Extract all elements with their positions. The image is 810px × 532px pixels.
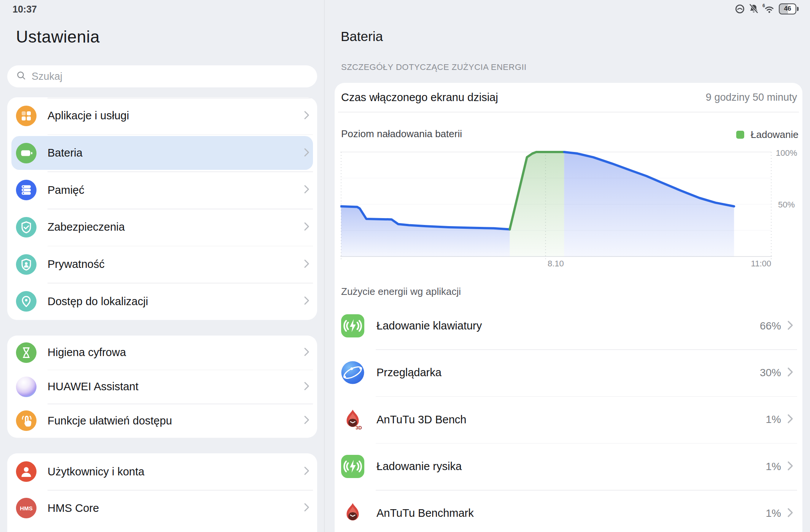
charging-legend-swatch: [736, 131, 744, 139]
chevron-right-icon: [304, 222, 310, 233]
apps-section-label: Zużycie energii wg aplikacji: [341, 286, 461, 298]
wireless-charging-icon: [341, 314, 364, 337]
battery-level-chart: [340, 150, 772, 261]
sidebar-item-label: HMS Core: [48, 502, 304, 515]
sidebar-item-label: Bateria: [48, 147, 304, 159]
notifications-off-icon: [748, 3, 759, 14]
chevron-right-icon: [787, 414, 793, 425]
chevron-right-icon: [304, 503, 310, 513]
search-input[interactable]: Szukaj: [7, 65, 317, 87]
antutu-icon: [341, 502, 364, 525]
sidebar-item-label: Zabezpieczenia: [48, 221, 304, 233]
sidebar-item-accessibility[interactable]: Funkcje ułatwień dostępu: [7, 404, 317, 438]
app-usage-row-antutu-3d-bench[interactable]: 3DAnTuTu 3D Bench1%: [335, 396, 802, 443]
sidebar-item-users-accounts[interactable]: Użytkownicy i konta: [7, 453, 317, 490]
wifi-6-icon: 6: [762, 3, 775, 14]
sidebar-item-label: HUAWEI Assistant: [48, 380, 304, 393]
battery-details-card: Czas włączonego ekranu dzisiaj 9 godziny…: [335, 83, 802, 532]
chevron-right-icon: [787, 320, 793, 332]
hand-tap-icon: [16, 410, 37, 431]
svg-text:HMS: HMS: [20, 505, 32, 511]
wireless-charging-icon: [341, 455, 364, 478]
app-name: Ładowanie rysika: [376, 460, 766, 473]
app-usage-percent: 30%: [760, 367, 781, 379]
app-usage-row-antutu-benchmark[interactable]: AnTuTu Benchmark1%: [335, 490, 802, 532]
battery-percent: 46: [779, 3, 796, 14]
app-name: AnTuTu Benchmark: [376, 507, 766, 519]
page-title: Ustawienia: [16, 27, 100, 46]
chevron-right-icon: [304, 259, 310, 270]
app-usage-row-stylus-charging[interactable]: Ładowanie rysika1%: [335, 443, 802, 490]
svg-text:3D: 3D: [356, 425, 362, 431]
charging-legend-label: Ładowanie: [751, 129, 799, 141]
x-axis-tick-1100: 11:00: [743, 259, 771, 268]
sidebar-item-apps-services[interactable]: Aplikacje i usługi: [7, 97, 317, 135]
sidebar-item-label: Pamięć: [48, 184, 304, 196]
sidebar-item-label: Prywatność: [48, 258, 304, 271]
browser-icon: [341, 361, 364, 384]
app-usage-percent: 66%: [760, 320, 781, 332]
app-usage-percent: 1%: [766, 461, 781, 473]
battery-nub-icon: [797, 7, 799, 11]
hourglass-icon: [16, 342, 37, 363]
search-placeholder: Szukaj: [32, 71, 62, 82]
status-time: 10:37: [13, 4, 37, 15]
chevron-right-icon: [304, 148, 310, 158]
app-usage-percent: 1%: [766, 507, 781, 519]
person-icon: [16, 461, 37, 482]
sidebar-item-battery[interactable]: Bateria: [7, 135, 317, 172]
battery-icon: [16, 143, 37, 163]
antutu-3d-icon: 3D: [341, 408, 364, 431]
location-pin-icon: [16, 291, 37, 312]
chevron-right-icon: [787, 508, 793, 519]
storage-icon: [16, 180, 37, 200]
sidebar-item-digital-balance[interactable]: Higiena cyfrowa: [7, 336, 317, 370]
svg-text:6: 6: [762, 3, 765, 8]
panel-divider: [324, 0, 325, 532]
app-usage-row-keyboard-charging[interactable]: Ładowanie klawiatury66%: [335, 302, 802, 349]
chevron-right-icon: [304, 296, 310, 307]
sidebar-item-label: Użytkownicy i konta: [48, 466, 304, 478]
eye-comfort-icon: [735, 4, 745, 14]
sidebar-group-2: Higiena cyfrowaHUAWEI Assistant Funkcje …: [7, 336, 317, 438]
app-usage-percent: 1%: [766, 413, 781, 426]
chevron-right-icon: [787, 461, 793, 472]
sidebar-item-storage[interactable]: Pamięć: [7, 171, 317, 209]
battery-indicator: 46: [779, 3, 799, 14]
sidebar-item-label: Higiena cyfrowa: [48, 346, 304, 359]
celia-icon: [16, 377, 37, 397]
sidebar-group-1: Aplikacje i usługi Bateria Pamięć Zabezp…: [7, 97, 317, 320]
chevron-right-icon: [304, 347, 310, 358]
shield-person-icon: [16, 254, 37, 275]
shield-check-icon: [16, 217, 37, 238]
chevron-right-icon: [304, 111, 310, 121]
sidebar-item-label: Dostęp do lokalizacji: [48, 295, 304, 308]
sidebar-item-location-access[interactable]: Dostęp do lokalizacji: [7, 283, 317, 320]
app-usage-row-browser[interactable]: Przeglądarka30%: [335, 349, 802, 396]
divider: [338, 112, 799, 112]
sidebar-item-privacy[interactable]: Prywatność: [7, 246, 317, 283]
sidebar-group-3: Użytkownicy i konta HMSHMS Core: [7, 453, 317, 532]
y-axis-tick-100: 100%: [776, 149, 797, 158]
content-title: Bateria: [341, 29, 383, 44]
sidebar-item-label: Aplikacje i usługi: [48, 109, 304, 122]
y-axis-tick-50: 50%: [778, 200, 795, 209]
hms-icon: HMS: [16, 498, 37, 518]
sidebar-item-huawei-assistant[interactable]: HUAWEI Assistant: [7, 370, 317, 404]
chevron-right-icon: [787, 367, 793, 378]
section-header: SZCZEGÓŁY DOTYCZĄCE ZUŻYCIA ENERGII: [341, 62, 527, 72]
chevron-right-icon: [304, 415, 310, 426]
app-name: Przeglądarka: [376, 366, 760, 379]
sidebar-item-security[interactable]: Zabezpieczenia: [7, 209, 317, 246]
screen-time-label: Czas włączonego ekranu dzisiaj: [341, 91, 706, 104]
app-name: Ładowanie klawiatury: [376, 320, 760, 332]
apps-usage-list: Ładowanie klawiatury66% Przeglądarka30% …: [335, 302, 802, 532]
apps-icon: [16, 106, 37, 126]
app-name: AnTuTu 3D Bench: [376, 413, 766, 426]
chevron-right-icon: [304, 382, 310, 392]
screen-time-row[interactable]: Czas włączonego ekranu dzisiaj 9 godziny…: [341, 83, 797, 112]
chart-title: Poziom naładowania baterii: [341, 128, 462, 140]
chevron-right-icon: [304, 185, 310, 195]
chevron-right-icon: [304, 466, 310, 477]
sidebar-item-hms-core[interactable]: HMSHMS Core: [7, 490, 317, 526]
